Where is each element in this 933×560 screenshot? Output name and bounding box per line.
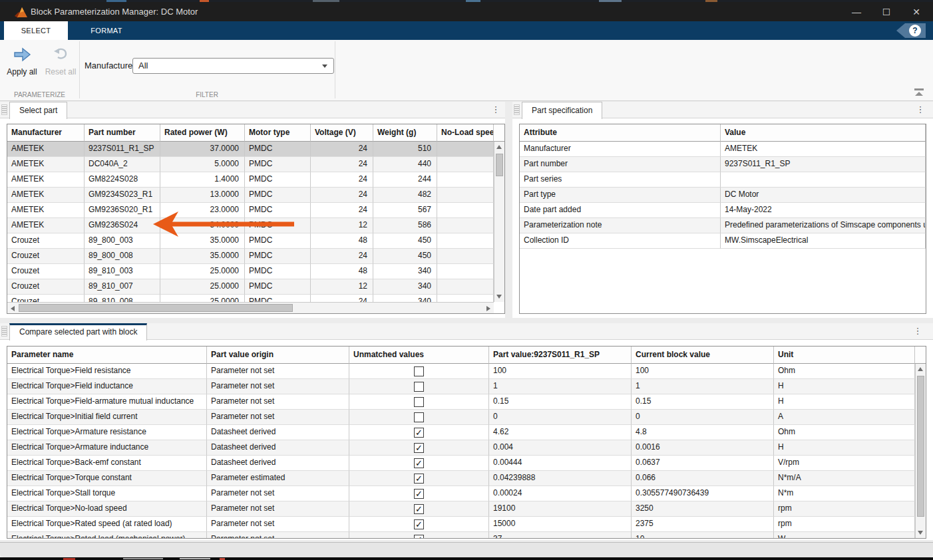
close-button[interactable]: ✕ (905, 2, 928, 21)
column-header[interactable]: Rated power (W) (160, 124, 245, 142)
table-cell: Electrical Torque>Field resistance (7, 364, 207, 379)
collapse-ribbon-icon[interactable] (914, 88, 924, 96)
part-row[interactable]: Crouzet89_810_00725.0000PMDC12340 (7, 279, 494, 295)
panel-grip-icon[interactable] (1, 104, 7, 115)
panel-menu-icon[interactable]: ⋮ (913, 325, 922, 337)
table-cell: Parameterization note (520, 218, 721, 233)
column-header[interactable]: Voltage (V) (311, 124, 373, 142)
table-cell: 15000 (489, 517, 632, 532)
unmatched-checkbox[interactable] (414, 397, 424, 407)
table-cell: 340 (373, 279, 437, 295)
minimize-button[interactable]: — (845, 2, 868, 21)
column-header[interactable]: Parameter name (7, 347, 207, 364)
scroll-down-icon[interactable] (918, 531, 923, 535)
column-header[interactable]: Current block value (632, 347, 774, 364)
chevron-down-icon (322, 65, 327, 68)
table-cell: Ohm (774, 364, 915, 379)
table-cell: AMETEK (7, 218, 85, 233)
scroll-left-icon[interactable] (11, 306, 15, 311)
select-part-panel: Select part ⋮ ManufacturerPart numberRat… (0, 102, 505, 318)
unmatched-checkbox[interactable] (414, 382, 424, 392)
table-cell: AMETEK (7, 203, 85, 218)
table-cell: H (774, 440, 915, 456)
table-cell (437, 188, 494, 203)
column-header[interactable]: Value (721, 124, 926, 142)
column-header[interactable]: Unit (774, 347, 915, 364)
scrollbar-thumb[interactable] (19, 304, 293, 312)
part-row[interactable]: Crouzet89_800_00835.0000PMDC24450 (7, 249, 494, 264)
column-header[interactable]: Unmatched values (349, 347, 489, 364)
table-cell: PMDC (245, 188, 311, 203)
help-button[interactable]: ? (896, 23, 926, 38)
part-row[interactable]: AMETEKGM9234S023_R113.0000PMDC24482 (7, 188, 494, 203)
part-row[interactable]: AMETEKGM8224S0281.4000PMDC24244 (7, 172, 494, 188)
select-part-tab[interactable]: Select part (9, 102, 67, 119)
spec-row: Part series (520, 172, 926, 188)
table-cell: H (774, 394, 915, 410)
unmatched-checkbox[interactable]: ✓ (414, 443, 424, 453)
unmatched-checkbox[interactable]: ✓ (414, 474, 424, 484)
reset-all-button[interactable]: Reset all (40, 47, 81, 76)
panel-gap (0, 318, 933, 323)
part-row[interactable]: Crouzet89_800_00335.0000PMDC48450 (7, 233, 494, 249)
scroll-up-icon[interactable] (496, 145, 502, 149)
unmatched-checkbox[interactable]: ✓ (414, 489, 424, 499)
unmatched-checkbox[interactable]: ✓ (414, 535, 424, 539)
part-row[interactable]: AMETEKDC040A_25.0000PMDC24440 (7, 157, 494, 172)
table-cell: MW.SimscapeElectrical (721, 233, 926, 249)
scrollbar-thumb[interactable] (917, 376, 924, 517)
column-header[interactable]: No-Load speed (437, 124, 494, 142)
panel-menu-icon[interactable]: ⋮ (916, 104, 925, 116)
table-cell (437, 295, 494, 302)
column-header[interactable]: Part number (85, 124, 160, 142)
unmatched-checkbox[interactable]: ✓ (414, 519, 424, 529)
table-cell: PMDC (245, 157, 311, 172)
scroll-up-icon[interactable] (918, 367, 923, 371)
part-row[interactable]: Crouzet89_810_00825.0000PMDC24340 (7, 295, 494, 302)
unmatched-checkbox[interactable]: ✓ (414, 428, 424, 438)
section-divider (335, 41, 335, 98)
panel-grip-icon[interactable] (514, 104, 520, 115)
table-cell: Datasheet derived (207, 425, 349, 440)
panel-grip-icon[interactable] (1, 326, 7, 337)
unmatched-checkbox[interactable] (414, 412, 424, 422)
table-cell: 3250 (632, 501, 774, 517)
horizontal-scrollbar[interactable] (7, 302, 494, 313)
panel-menu-icon[interactable]: ⋮ (491, 104, 500, 116)
table-cell: AMETEK (7, 172, 85, 188)
scroll-down-icon[interactable] (496, 295, 502, 299)
part-row[interactable]: AMETEKGM9236S020_R123.0000PMDC24567 (7, 203, 494, 218)
part-row[interactable]: AMETEK9237S011_R1_SP37.0000PMDC24510 (7, 142, 494, 157)
unmatched-checkbox[interactable]: ✓ (414, 458, 424, 468)
table-cell: PMDC (245, 279, 311, 295)
scrollbar-thumb[interactable] (496, 154, 503, 176)
column-header[interactable]: Weight (g) (373, 124, 437, 142)
manufacturer-dropdown-value: All (138, 61, 148, 70)
column-header[interactable]: Part value origin (207, 347, 349, 364)
table-cell: rpm (774, 501, 915, 517)
compare-tab[interactable]: Compare selected part with block (9, 323, 147, 341)
tab-format[interactable]: FORMAT (68, 21, 145, 40)
window-title: Block Parameterization Manager: DC Motor (31, 2, 198, 21)
column-header-stub (494, 124, 504, 142)
scroll-right-icon[interactable] (486, 306, 490, 311)
compare-row: Electrical Torque>Field inductanceParame… (7, 379, 915, 394)
vertical-scrollbar[interactable] (494, 142, 504, 302)
unmatched-checkbox[interactable]: ✓ (414, 504, 424, 514)
apply-all-button[interactable]: Apply all (1, 47, 43, 76)
unmatched-checkbox[interactable] (414, 366, 424, 376)
maximize-button[interactable]: ☐ (875, 2, 898, 21)
part-specification-tab[interactable]: Part specification (522, 102, 602, 119)
table-cell: Crouzet (7, 264, 85, 279)
table-cell (437, 203, 494, 218)
part-row[interactable]: Crouzet89_810_00325.0000PMDC48340 (7, 264, 494, 279)
column-header[interactable]: Manufacturer (7, 124, 85, 142)
column-header[interactable]: Motor type (245, 124, 311, 142)
column-header[interactable]: Part value:9237S011_R1_SP (489, 347, 632, 364)
tab-select[interactable]: SELECT (4, 21, 68, 40)
compare-row: Electrical Torque>Rated speed (at rated … (7, 517, 915, 532)
manufacturer-dropdown[interactable]: All (132, 58, 334, 74)
vertical-scrollbar[interactable] (915, 364, 926, 538)
column-header[interactable]: Attribute (520, 124, 721, 142)
part-row[interactable]: AMETEKGM9236S02434.0000PMDC12586 (7, 218, 494, 233)
